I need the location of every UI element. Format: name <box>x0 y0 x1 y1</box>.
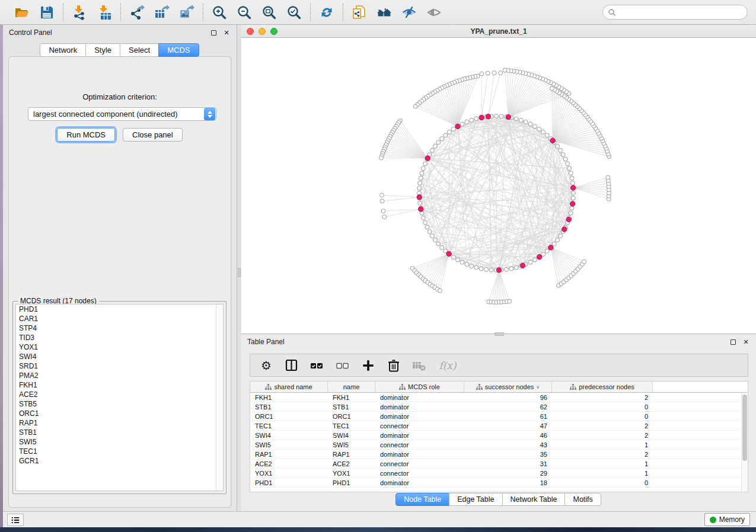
table-settings-gear-icon[interactable]: ⚙ <box>259 358 273 373</box>
attribute-type-icon <box>476 384 483 390</box>
export-table-icon[interactable] <box>154 4 170 21</box>
column-header-shared-name[interactable]: shared name <box>250 382 328 392</box>
column-header-MCDS-role[interactable]: MCDS role <box>375 382 464 392</box>
import-network-icon[interactable] <box>71 4 88 21</box>
table-row[interactable]: PHD1PHD1dominator180 <box>250 478 748 488</box>
mcds-list-scrollbar[interactable] <box>216 305 223 491</box>
mcds-result-item[interactable]: TEC1 <box>16 447 223 456</box>
cell-name: SWI5 <box>328 440 375 449</box>
table-row[interactable]: RAP1RAP1dominator352 <box>250 450 748 459</box>
mcds-result-item[interactable]: GCR1 <box>16 456 223 466</box>
network-graph[interactable] <box>241 38 756 334</box>
mcds-result-item[interactable]: SWI4 <box>16 352 223 361</box>
mcds-result-item[interactable]: PMA2 <box>16 371 223 380</box>
float-panel-icon[interactable] <box>209 28 218 37</box>
export-network-icon[interactable] <box>129 4 145 21</box>
close-panel-button[interactable]: Close panel <box>123 128 183 142</box>
table-row[interactable]: FKH1FKH1dominator962 <box>250 393 748 402</box>
mcds-result-item[interactable]: RAP1 <box>16 418 223 428</box>
cell-name: RAP1 <box>328 450 375 459</box>
column-header-label: shared name <box>274 383 312 390</box>
mcds-result-item[interactable]: SWI5 <box>16 437 223 447</box>
table-row[interactable]: ACE2ACE2connector311 <box>250 459 748 469</box>
mcds-result-item[interactable]: FKH1 <box>16 380 223 390</box>
criterion-dropdown[interactable]: largest connected component (undirected) <box>28 107 216 121</box>
tab-edge-table[interactable]: Edge Table <box>449 493 502 506</box>
column-header-name[interactable]: name <box>328 382 375 392</box>
mcds-result-item[interactable]: TID3 <box>16 333 223 342</box>
deselect-all-icon[interactable] <box>336 358 350 373</box>
close-table-panel-icon[interactable]: ✕ <box>742 338 750 346</box>
mcds-result-item[interactable]: YOX1 <box>16 342 223 352</box>
memory-label: Memory <box>719 515 745 524</box>
cell-shared-name: SWI5 <box>250 440 328 449</box>
open-file-icon[interactable] <box>14 4 30 21</box>
mcds-result-item[interactable]: ACE2 <box>16 390 223 399</box>
mcds-result-item[interactable]: STB5 <box>16 399 223 409</box>
column-header-predecessor-nodes[interactable]: predecessor nodes <box>552 382 653 392</box>
tab-network-table[interactable]: Network Table <box>502 493 566 506</box>
vertical-splitter[interactable] <box>237 25 241 511</box>
network-canvas[interactable] <box>241 38 756 334</box>
tab-network[interactable]: Network <box>40 43 86 57</box>
mcds-result-list[interactable]: PHD1CAR1STP4TID3YOX1SWI4SRD1PMA2FKH1ACE2… <box>15 304 224 491</box>
cell-successor-nodes: 31 <box>464 459 552 468</box>
scrollbar-thumb[interactable] <box>742 395 747 461</box>
show-hide-graphics-icon[interactable] <box>401 4 417 21</box>
table-row[interactable]: SWI4SWI4dominator462 <box>250 431 748 440</box>
delete-column-icon[interactable] <box>387 358 401 373</box>
mcds-result-item[interactable]: ORC1 <box>16 409 223 418</box>
zoom-in-icon[interactable] <box>211 4 228 21</box>
export-image-icon[interactable] <box>178 4 195 21</box>
mcds-result-item[interactable]: CAR1 <box>16 314 223 323</box>
horizontal-splitter-grip[interactable] <box>495 332 504 336</box>
cell-predecessor-nodes: 0 <box>552 402 653 411</box>
mcds-result-item[interactable]: STP4 <box>16 323 223 333</box>
mcds-result-item[interactable]: PHD1 <box>16 305 223 314</box>
zoom-out-icon[interactable] <box>236 4 253 21</box>
table-row[interactable]: STB1STB1dominator620 <box>250 402 748 412</box>
run-mcds-button[interactable]: Run MCDS <box>57 128 115 142</box>
save-icon[interactable] <box>39 4 55 21</box>
search-input[interactable] <box>616 7 747 18</box>
mcds-result-item[interactable]: STB1 <box>16 428 223 437</box>
cell-shared-name: FKH1 <box>250 393 328 402</box>
import-table-icon[interactable] <box>96 4 113 21</box>
tab-select[interactable]: Select <box>120 43 159 57</box>
zoom-fit-icon[interactable] <box>261 4 277 21</box>
splitter-grip[interactable] <box>238 268 241 277</box>
float-table-panel-icon[interactable] <box>729 338 737 346</box>
first-neighbors-icon[interactable] <box>376 4 393 21</box>
mcds-result-item[interactable]: SRD1 <box>16 361 223 371</box>
function-builder-icon: f(x) <box>438 358 458 373</box>
show-columns-icon[interactable] <box>285 358 299 373</box>
select-all-icon[interactable] <box>310 358 324 373</box>
memory-button[interactable]: Memory <box>704 513 750 526</box>
cell-predecessor-nodes: 2 <box>552 421 653 430</box>
task-history-button[interactable] <box>7 514 24 526</box>
cell-MCDS-role: connector <box>375 469 464 477</box>
close-panel-icon[interactable]: ✕ <box>222 28 231 37</box>
cell-MCDS-role: dominator <box>375 450 464 459</box>
add-column-icon[interactable] <box>361 358 375 373</box>
zoom-selected-icon[interactable] <box>286 4 302 21</box>
table-scrollbar[interactable] <box>741 393 748 492</box>
tab-node-table[interactable]: Node Table <box>395 493 449 506</box>
refresh-icon[interactable] <box>318 4 335 21</box>
column-header-successor-nodes[interactable]: successor nodes∨ <box>464 382 552 392</box>
cell-predecessor-nodes: 2 <box>552 393 653 402</box>
cell-shared-name: RAP1 <box>250 450 328 459</box>
table-row[interactable]: YOX1YOX1connector291 <box>250 469 748 478</box>
clone-network-icon[interactable] <box>351 4 368 21</box>
table-row[interactable]: ORC1ORC1dominator610 <box>250 412 748 421</box>
tab-style[interactable]: Style <box>85 43 120 57</box>
cell-shared-name: YOX1 <box>250 469 328 477</box>
tab-mcds[interactable]: MCDS <box>158 43 199 57</box>
tab-motifs[interactable]: Motifs <box>564 493 601 506</box>
table-row[interactable]: SWI5SWI5connector431 <box>250 440 748 450</box>
network-window-titlebar[interactable]: YPA_prune.txt_1 <box>241 25 756 38</box>
table-row[interactable]: TEC1TEC1connector472 <box>250 421 748 431</box>
bird-eye-view-icon[interactable] <box>426 4 442 21</box>
cell-shared-name: ORC1 <box>250 412 328 421</box>
search-box[interactable] <box>602 5 748 20</box>
